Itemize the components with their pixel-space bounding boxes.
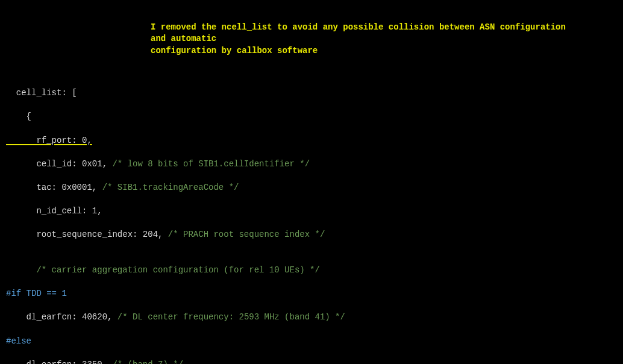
preproc-if: #if TDD == 1 [6,288,617,300]
annotation-note: I removed the ncell_list to avoid any po… [151,22,584,57]
code-line: root_sequence_index: 204, /* PRACH root … [6,229,617,241]
code-line: dl_earfcn: 40620, /* DL center frequency… [6,312,617,324]
comment-line: /* carrier aggregation configuration (fo… [6,265,617,277]
note-line2: configuration by callbox software [151,46,318,55]
preproc-else: #else [6,336,617,348]
rf-port-0: rf_port: 0, [6,136,92,145]
code-line: cell_list: [ [6,87,617,99]
code-line: n_id_cell: 1, [6,206,617,218]
note-line1: I removed the ncell_list to avoid any po… [151,22,566,44]
code-line: tac: 0x0001, /* SIB1.trackingAreaCode */ [6,182,617,194]
code-line: cell_id: 0x01, /* low 8 bits of SIB1.cel… [6,158,617,171]
code-line: dl_earfcn: 3350, /* (band 7) */ [6,359,617,364]
code-line: rf_port: 0, [6,135,617,147]
code-line: { [6,111,617,123]
